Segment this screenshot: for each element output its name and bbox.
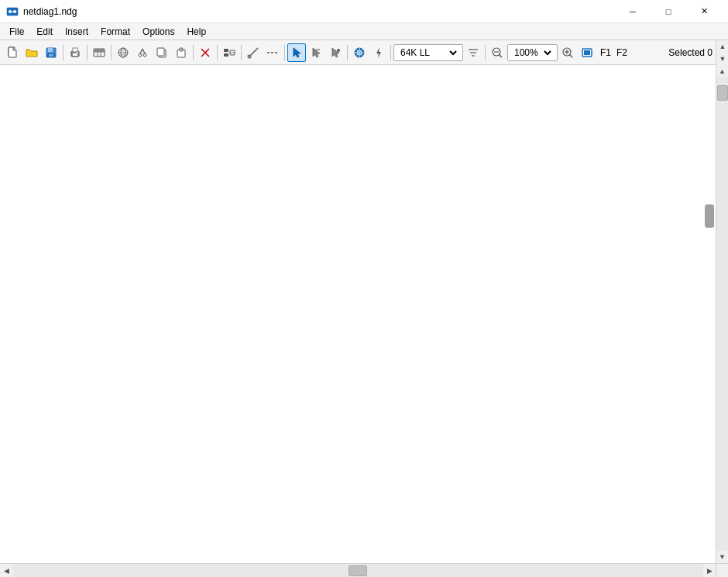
svg-rect-35 (224, 53, 228, 57)
svg-rect-18 (94, 49, 105, 52)
sep10 (485, 45, 486, 60)
scroll-down-arrow[interactable]: ▼ (716, 551, 729, 563)
scroll-thumb-horizontal[interactable] (349, 565, 367, 576)
bandwidth-settings[interactable] (464, 43, 482, 62)
f1-label: F1 (600, 47, 611, 58)
canvas[interactable] (0, 65, 716, 563)
sep7 (284, 45, 285, 60)
svg-line-56 (570, 54, 573, 57)
sep4 (193, 45, 194, 60)
menu-help[interactable]: Help (180, 25, 212, 39)
svg-line-26 (140, 49, 143, 53)
delete-button[interactable] (196, 43, 215, 62)
network-icon-button[interactable] (350, 43, 369, 62)
scroll-right-arrow[interactable]: ▶ (703, 564, 716, 577)
svg-point-2 (13, 10, 16, 13)
globe-button[interactable] (114, 43, 132, 62)
svg-rect-12 (73, 53, 77, 56)
toolbar-scroll[interactable]: ▲ ▼ (716, 40, 728, 65)
paste-button[interactable] (172, 43, 191, 62)
scroll-thumb-vertical[interactable] (717, 85, 728, 101)
app-icon (6, 5, 19, 18)
scrollbar-right: ▲ ▼ (716, 65, 728, 563)
menu-bar: File Edit Insert Format Options Help (0, 23, 728, 40)
minimize-button[interactable]: ─ (615, 0, 651, 23)
svg-rect-34 (224, 49, 228, 52)
svg-point-13 (77, 52, 78, 53)
maximize-button[interactable]: □ (651, 0, 686, 23)
zoom-out-button[interactable] (488, 43, 507, 62)
title-bar: netdiag1.ndg ─ □ ✕ (0, 0, 728, 23)
sep2 (87, 45, 88, 60)
menu-edit[interactable]: Edit (30, 25, 59, 39)
svg-point-24 (139, 53, 142, 57)
svg-rect-31 (180, 48, 183, 51)
svg-point-25 (143, 53, 146, 57)
zoom-dropdown[interactable]: 50% 75% 100% 150% 200% (507, 44, 558, 61)
sep9 (390, 45, 391, 60)
zoom-in-button[interactable] (558, 43, 577, 62)
toolbar-scroll-up[interactable]: ▲ (716, 40, 728, 53)
main-area: ▲ ▼ (0, 65, 728, 563)
copy-button[interactable] (153, 43, 171, 62)
connect-tool[interactable] (307, 43, 325, 62)
sep8 (347, 45, 348, 60)
bottom-bar: ◀ ▶ (0, 563, 728, 577)
sep5 (217, 45, 218, 60)
scroll-corner (716, 564, 728, 577)
sep6 (241, 45, 242, 60)
select-tool[interactable] (287, 43, 306, 62)
dash-button[interactable] (263, 43, 282, 62)
window-title: netdiag1.ndg (23, 6, 77, 17)
svg-rect-29 (157, 48, 164, 56)
title-left: netdiag1.ndg (6, 5, 77, 18)
svg-point-1 (9, 10, 12, 13)
svg-rect-60 (584, 50, 590, 55)
sep1 (63, 45, 64, 60)
close-button[interactable]: ✕ (686, 0, 722, 23)
menu-file[interactable]: File (3, 25, 30, 39)
open-button[interactable] (22, 43, 41, 62)
fit-screen-button[interactable] (578, 43, 596, 62)
network-dropdown[interactable]: 64K LL 128K 256K 512K 1M 10M 100M (393, 44, 463, 61)
svg-rect-7 (48, 48, 53, 52)
network-select[interactable]: 64K LL 128K 256K 512K 1M 10M 100M (397, 46, 459, 59)
new-button[interactable] (3, 43, 22, 62)
svg-point-42 (337, 49, 340, 52)
sep3 (111, 45, 112, 60)
svg-rect-39 (248, 55, 251, 58)
svg-rect-11 (73, 48, 77, 52)
svg-rect-9 (49, 54, 53, 57)
node-tool[interactable] (326, 43, 345, 62)
toolbar-scroll-down[interactable]: ▼ (716, 53, 728, 65)
scroll-track-vertical[interactable] (716, 77, 728, 551)
menu-format[interactable]: Format (94, 25, 136, 39)
scroll-up-arrow[interactable]: ▲ (716, 65, 729, 77)
save-button[interactable] (42, 43, 60, 62)
line-button[interactable] (244, 43, 263, 62)
selected-label: Selected 0 (668, 47, 713, 58)
arrange-button[interactable] (220, 43, 239, 62)
print-button[interactable] (66, 43, 84, 62)
scroll-track-horizontal[interactable] (12, 564, 703, 577)
table-button[interactable] (90, 43, 108, 62)
svg-line-27 (143, 49, 145, 53)
signal-button[interactable] (369, 43, 388, 62)
right-side-scrollbar-thumb[interactable] (705, 204, 714, 228)
zoom-select[interactable]: 50% 75% 100% 150% 200% (511, 46, 554, 59)
menu-options[interactable]: Options (136, 25, 180, 39)
title-controls: ─ □ ✕ (615, 0, 722, 23)
svg-line-53 (500, 54, 503, 57)
menu-insert[interactable]: Insert (59, 25, 94, 39)
scroll-left-arrow[interactable]: ◀ (0, 564, 12, 577)
cut-button[interactable] (133, 43, 152, 62)
toolbar: 64K LL 128K 256K 512K 1M 10M 100M 50% 75… (0, 40, 728, 65)
f2-label: F2 (616, 47, 627, 58)
